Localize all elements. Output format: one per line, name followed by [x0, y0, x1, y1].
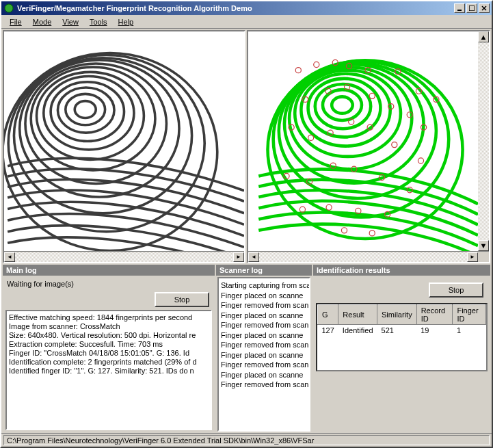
scroll-down-btn[interactable]: ▼	[478, 240, 489, 251]
window-title: VeriFinger/Megamatcher Fingerprint Recog…	[17, 4, 454, 12]
processed-fingerprint-pane: ▲ ▼	[247, 30, 490, 263]
hscroll-left[interactable]	[4, 251, 244, 262]
log-line: Finger placed on scanne	[221, 291, 307, 301]
log-line: Starting capturing from sca	[221, 280, 307, 291]
cell-finger: 1	[453, 325, 486, 337]
svg-point-18	[323, 90, 362, 120]
svg-point-17	[332, 96, 353, 113]
log-line: Extraction complete: Succesfull. Time: 7…	[9, 340, 209, 349]
processed-fingerprint-image	[248, 31, 489, 251]
log-line: Identified finger ID: "1". G: 127. Simil…	[9, 367, 209, 375]
svg-point-29	[314, 62, 319, 67]
log-line: Image from scanner: CrossMatch	[9, 322, 209, 331]
log-line: Finger placed on scanne	[221, 370, 307, 380]
statusbar: C:\Program Files\Neurotechnology\VeriFin…	[1, 433, 492, 447]
scanner-log-title: Scanner log	[216, 265, 312, 276]
scroll-left-btn[interactable]	[4, 252, 15, 262]
original-fingerprint-image	[4, 31, 244, 251]
hscroll-right[interactable]	[248, 251, 489, 262]
table-row[interactable]: 127 Identified 521 19 1	[318, 325, 486, 337]
bottom-panels: Main log Waiting for image(s) Stop Effec…	[1, 265, 492, 433]
close-button[interactable]	[479, 3, 490, 13]
cell-g: 127	[318, 325, 338, 337]
cell-similarity: 521	[377, 325, 417, 337]
svg-point-48	[392, 142, 397, 148]
results-table[interactable]: G Result Similarity Record ID Finger ID …	[316, 303, 488, 371]
log-line: Finger removed from scan	[221, 300, 307, 311]
log-line: Finger ID: "CrossMatch 04/18/08 15:01:05…	[9, 349, 209, 358]
results-panel: Identification results Stop G Result Sim…	[313, 265, 490, 433]
log-line: Identification complete: 2 fingerprints …	[9, 358, 209, 367]
scanner-log-output[interactable]: Starting capturing from sca Finger place…	[217, 277, 310, 432]
svg-point-0	[5, 4, 13, 12]
svg-point-57	[326, 205, 332, 210]
table-header-row: G Result Similarity Record ID Finger ID	[318, 305, 486, 325]
cell-result: Identified	[338, 325, 377, 337]
menu-tools[interactable]: Tools	[84, 16, 113, 27]
log-line: Size: 640x480. Vertical resolution: 500 …	[9, 331, 209, 340]
scroll-track[interactable]	[15, 252, 233, 262]
menu-mode[interactable]: Mode	[27, 16, 57, 27]
menu-view[interactable]: View	[57, 16, 84, 27]
results-title: Identification results	[313, 265, 490, 276]
col-finger-id[interactable]: Finger ID	[453, 305, 486, 325]
log-line: Finger removed from scan	[221, 380, 307, 390]
svg-point-44	[308, 135, 314, 140]
scroll-track[interactable]	[259, 252, 467, 262]
titlebar: VeriFinger/Megamatcher Fingerprint Recog…	[1, 1, 492, 15]
cell-record: 19	[416, 325, 453, 337]
log-line: Finger removed from scan	[221, 360, 307, 370]
image-row: ▲ ▼	[1, 29, 492, 265]
svg-point-28	[295, 68, 301, 73]
svg-point-5	[75, 101, 96, 118]
results-stop-button[interactable]: Stop	[429, 282, 483, 298]
maximize-button[interactable]	[466, 3, 477, 13]
log-line: Finger removed from scan	[221, 320, 307, 330]
svg-point-6	[66, 94, 105, 124]
original-fingerprint-pane	[3, 30, 245, 263]
col-result[interactable]: Result	[338, 305, 377, 325]
svg-point-40	[369, 93, 375, 98]
log-line: Finger placed on scanne	[221, 350, 307, 360]
col-similarity[interactable]: Similarity	[377, 305, 417, 325]
log-line: Finger placed on scanne	[221, 330, 307, 341]
main-log-title: Main log	[3, 265, 215, 276]
log-line: Effective matching speed: 1844 fingerpri…	[9, 313, 209, 322]
minimize-button[interactable]	[454, 3, 465, 13]
col-g[interactable]: G	[318, 305, 338, 325]
svg-point-25	[279, 63, 436, 198]
menu-help[interactable]: Help	[113, 16, 139, 27]
scanner-log-panel: Scanner log Starting capturing from sca …	[216, 265, 312, 433]
scroll-left-btn[interactable]	[248, 252, 259, 262]
main-log-panel: Main log Waiting for image(s) Stop Effec…	[3, 265, 215, 433]
vscroll-right[interactable]: ▲ ▼	[478, 31, 489, 251]
waiting-text: Waiting for image(s)	[5, 278, 212, 289]
scroll-right-btn[interactable]	[233, 252, 244, 262]
svg-point-61	[369, 230, 375, 236]
app-window: VeriFinger/Megamatcher Fingerprint Recog…	[0, 0, 493, 448]
svg-point-49	[418, 158, 423, 163]
app-icon	[3, 3, 14, 14]
col-record-id[interactable]: Record ID	[416, 305, 453, 325]
main-log-output[interactable]: Effective matching speed: 1844 fingerpri…	[5, 310, 212, 430]
svg-point-60	[341, 228, 347, 233]
svg-rect-2	[469, 5, 475, 11]
menu-file[interactable]: File	[4, 16, 27, 27]
log-line: Finger placed on scanne	[221, 311, 307, 321]
status-path: C:\Program Files\Neurotechnology\VeriFin…	[3, 435, 490, 445]
mainlog-stop-button[interactable]: Stop	[155, 292, 209, 307]
svg-rect-1	[457, 10, 462, 11]
scroll-right-btn[interactable]	[467, 252, 478, 262]
menubar: File Mode View Tools Help	[1, 15, 492, 29]
log-line: Finger removed from scan	[221, 340, 307, 350]
size-grip	[478, 252, 489, 262]
scroll-up-btn[interactable]: ▲	[478, 31, 489, 42]
